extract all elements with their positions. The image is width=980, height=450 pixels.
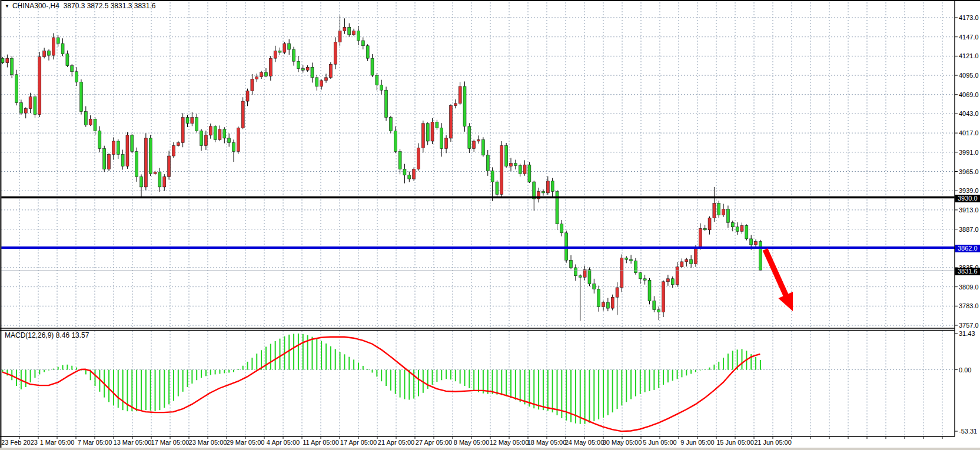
macd-histogram-bar: [469, 370, 470, 388]
macd-histogram-bar: [340, 352, 341, 370]
time-axis-label[interactable]: 17 Apr 05:00: [340, 439, 377, 446]
time-axis-label[interactable]: 1 Mar 05:00: [40, 439, 75, 446]
price-axis-label: 4121.0: [959, 52, 979, 59]
macd-axis-label: 0.00: [959, 366, 971, 374]
candle-body: [371, 58, 374, 75]
candle-body: [695, 248, 697, 264]
macd-histogram-bar: [492, 370, 493, 394]
macd-histogram-bar: [732, 351, 733, 369]
macd-histogram-bar: [150, 370, 151, 411]
macd-histogram-bar: [630, 370, 632, 399]
macd-indicator-label: MACD(12,26,9) 8.46 13.57: [5, 331, 89, 339]
macd-histogram-bar: [219, 370, 220, 374]
time-axis-label[interactable]: 23 Mar 05:00: [189, 439, 227, 446]
time-axis-label[interactable]: 17 Mar 05:00: [151, 439, 190, 446]
macd-histogram-bar: [85, 370, 87, 375]
time-axis-label[interactable]: 29 Mar 05:00: [227, 439, 265, 446]
candle-body: [389, 118, 392, 131]
time-axis-label[interactable]: 30 May 05:00: [603, 439, 642, 446]
candle-body: [750, 239, 753, 245]
macd-histogram-bar: [718, 362, 719, 370]
candle-body: [320, 81, 323, 86]
candle-body: [593, 284, 596, 289]
time-axis-label[interactable]: 7 Mar 05:00: [78, 439, 112, 446]
time-axis-label[interactable]: 13 Mar 05:00: [114, 439, 152, 446]
candle-body: [357, 31, 360, 41]
macd-histogram-bar: [510, 370, 511, 398]
candle-body: [699, 228, 702, 248]
candle-body: [560, 224, 563, 233]
candle-body: [685, 259, 688, 262]
candle-body: [353, 31, 356, 35]
time-axis-label[interactable]: 8 May 05:00: [454, 439, 490, 446]
candle-body: [611, 297, 614, 308]
macd-histogram-bar: [621, 370, 622, 406]
candle-body: [94, 119, 97, 131]
macd-histogram-bar: [427, 370, 428, 389]
macd-histogram-bar: [44, 370, 45, 372]
time-axis-label[interactable]: 24 May 05:00: [565, 439, 604, 446]
macd-histogram-bar: [658, 370, 659, 388]
time-axis-label[interactable]: 4 Apr 05:00: [267, 439, 300, 446]
macd-histogram-bar: [598, 370, 599, 419]
candle-body: [154, 172, 157, 174]
macd-histogram-bar: [242, 366, 244, 370]
candle-body: [634, 261, 637, 273]
price-axis-label: 3757.0: [959, 322, 979, 329]
macd-histogram-bar: [39, 370, 40, 375]
time-axis-label[interactable]: 23 Feb 2023: [1, 439, 38, 446]
candle-body: [463, 86, 466, 126]
candle-body: [121, 155, 124, 166]
candle-body: [38, 57, 41, 115]
macd-histogram-bar: [695, 370, 696, 372]
macd-histogram-bar: [593, 370, 594, 421]
candle-body: [643, 279, 646, 281]
candle-body: [237, 128, 240, 151]
macd-histogram-bar: [247, 362, 248, 370]
macd-histogram-bar: [196, 370, 197, 381]
symbol-dropdown-icon[interactable]: ▼: [5, 4, 9, 9]
candle-body: [293, 49, 295, 61]
macd-histogram-bar: [538, 370, 539, 410]
macd-histogram-bar: [113, 370, 114, 406]
chart-canvas[interactable]: 4173.04147.04121.04095.04069.04043.04017…: [0, 0, 980, 450]
macd-histogram-bar: [709, 368, 710, 370]
candle-body: [278, 51, 281, 53]
candle-body: [34, 97, 36, 115]
macd-histogram-bar: [303, 334, 304, 370]
candle-body: [163, 176, 166, 187]
price-badge-resistance: 3930.0: [955, 195, 980, 202]
price-axis-label: 4043.0: [959, 110, 979, 117]
macd-histogram-bar: [529, 370, 530, 407]
time-axis-label[interactable]: 11 Apr 05:00: [303, 439, 339, 446]
macd-histogram-bar: [141, 370, 142, 411]
candle-body: [338, 31, 341, 42]
macd-histogram-bar: [441, 370, 442, 381]
macd-histogram-bar: [265, 346, 267, 369]
macd-histogram-bar: [432, 370, 433, 385]
price-axis-label: 3913.0: [959, 206, 979, 214]
macd-histogram-bar: [473, 370, 474, 391]
macd-histogram-bar: [408, 370, 410, 400]
macd-histogram-bar: [108, 370, 109, 402]
macd-histogram-bar: [363, 366, 364, 370]
macd-histogram-bar: [626, 370, 627, 402]
time-axis-label[interactable]: 27 Apr 05:00: [416, 439, 452, 446]
macd-histogram-bar: [270, 344, 271, 370]
time-axis-label[interactable]: 15 Jun 05:00: [716, 439, 754, 446]
candle-body: [500, 145, 503, 194]
macd-histogram-bar: [635, 370, 636, 396]
macd-histogram-bar: [580, 370, 581, 424]
macd-histogram-bar: [395, 370, 396, 394]
time-axis-label[interactable]: 21 Apr 05:00: [378, 439, 414, 446]
time-axis-label[interactable]: 18 May 05:00: [527, 439, 567, 446]
candle-body: [445, 138, 448, 149]
time-axis-label[interactable]: 9 Jun 05:00: [680, 439, 715, 446]
time-axis-label[interactable]: 5 Jun 05:00: [643, 439, 677, 446]
candle-body: [232, 142, 235, 151]
time-axis-label[interactable]: 12 May 05:00: [490, 439, 529, 446]
time-axis-label[interactable]: 21 Jun 05:00: [754, 439, 792, 446]
candle-body: [449, 106, 452, 138]
candle-body: [79, 82, 82, 111]
macd-histogram-bar: [557, 370, 558, 415]
